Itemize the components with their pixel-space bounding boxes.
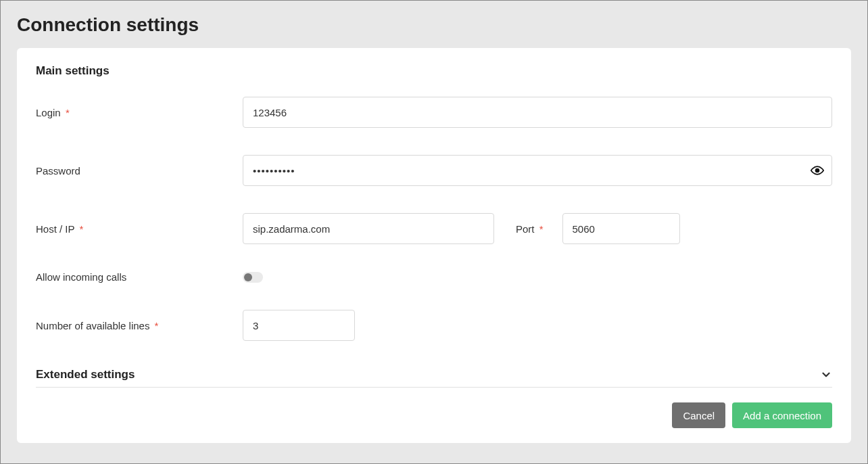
allow-incoming-toggle[interactable] (243, 272, 263, 283)
password-label-text: Password (36, 165, 80, 177)
port-label-text: Port (516, 223, 535, 235)
port-label: Port * (516, 223, 544, 235)
lines-label: Number of available lines * (36, 320, 243, 331)
required-mark: * (155, 320, 159, 331)
password-input[interactable] (243, 155, 832, 186)
page-title: Connection settings (17, 1, 851, 48)
required-mark: * (79, 223, 83, 235)
password-label: Password (36, 165, 243, 177)
allow-incoming-row: Allow incoming calls (36, 271, 832, 283)
login-label: Login * (36, 107, 243, 118)
host-label-text: Host / IP (36, 223, 74, 235)
allow-incoming-label-text: Allow incoming calls (36, 271, 126, 283)
toggle-knob (244, 273, 252, 281)
required-mark: * (539, 223, 544, 235)
chevron-down-icon (820, 369, 832, 381)
eye-icon[interactable] (811, 164, 824, 177)
lines-row: Number of available lines * (36, 310, 832, 341)
lines-input[interactable] (243, 310, 355, 341)
host-input[interactable] (243, 213, 494, 244)
extended-settings-toggle[interactable]: Extended settings (36, 368, 832, 388)
extended-settings-heading: Extended settings (36, 368, 135, 381)
allow-incoming-label: Allow incoming calls (36, 271, 243, 283)
svg-point-0 (816, 169, 819, 172)
lines-label-text: Number of available lines (36, 320, 149, 331)
host-port-row: Host / IP * Port * (36, 213, 832, 244)
host-label: Host / IP * (36, 223, 243, 235)
main-settings-heading: Main settings (36, 64, 832, 78)
required-mark: * (66, 107, 70, 118)
add-connection-button[interactable]: Add a connection (732, 402, 832, 428)
port-input[interactable] (562, 213, 680, 244)
password-row: Password (36, 155, 832, 186)
cancel-button[interactable]: Cancel (672, 402, 725, 428)
login-row: Login * (36, 97, 832, 128)
login-label-text: Login (36, 107, 61, 118)
login-input[interactable] (243, 97, 832, 128)
actions-bar: Cancel Add a connection (36, 402, 832, 428)
settings-panel: Main settings Login * Password (17, 48, 851, 443)
